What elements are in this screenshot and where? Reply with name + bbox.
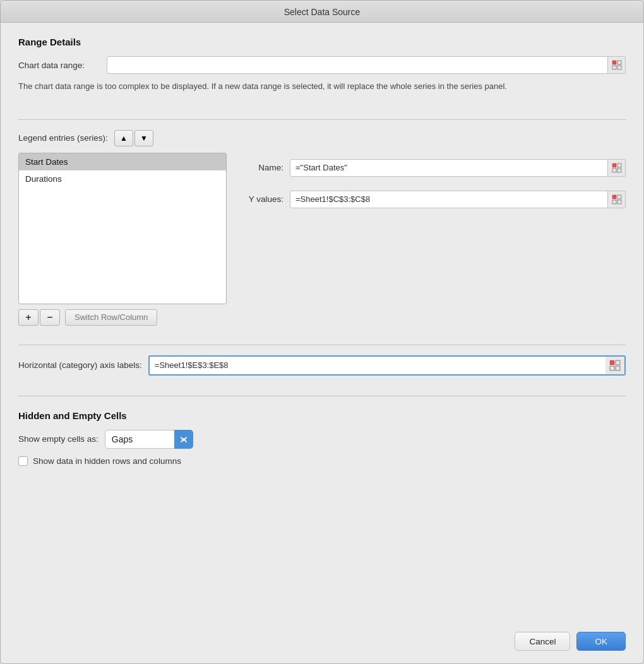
down-arrow-icon: ▼ xyxy=(140,134,148,143)
svg-rect-14 xyxy=(610,366,614,371)
minus-icon: − xyxy=(47,312,52,323)
horizontal-axis-picker-button[interactable] xyxy=(605,355,626,376)
name-range-picker-icon xyxy=(612,163,622,173)
divider-1 xyxy=(18,119,626,120)
hidden-rows-checkbox[interactable] xyxy=(18,456,28,466)
divider-2 xyxy=(18,345,626,345)
range-picker-icon xyxy=(612,60,622,70)
divider-3 xyxy=(18,396,626,396)
svg-rect-11 xyxy=(617,200,621,204)
name-picker-button[interactable] xyxy=(608,159,626,177)
add-series-button[interactable]: + xyxy=(18,309,39,326)
footer-buttons: Cancel OK xyxy=(18,625,626,651)
horizontal-axis-range-picker-icon xyxy=(609,360,621,371)
chart-data-range-row: Chart data range: xyxy=(18,56,626,74)
y-values-input-wrap xyxy=(290,191,626,208)
svg-rect-4 xyxy=(612,163,616,167)
name-row: Name: xyxy=(246,159,626,177)
ok-button[interactable]: OK xyxy=(576,632,626,651)
hidden-rows-checkbox-row: Show data in hidden rows and columns xyxy=(18,456,626,466)
horizontal-axis-input-wrap xyxy=(148,355,626,376)
y-values-input[interactable] xyxy=(290,191,608,208)
up-arrow-icon: ▲ xyxy=(120,134,128,143)
hidden-empty-section: Hidden and Empty Cells Show empty cells … xyxy=(18,410,626,478)
chart-data-range-input-wrap xyxy=(107,56,626,74)
svg-rect-13 xyxy=(616,360,620,365)
legend-header: Legend entries (series): ▲ ▼ xyxy=(18,130,626,146)
series-controls: + − Switch Row/Column xyxy=(18,309,227,326)
svg-rect-1 xyxy=(617,61,621,64)
title-bar: Select Data Source xyxy=(1,1,643,23)
svg-rect-12 xyxy=(610,360,614,365)
chart-data-range-input[interactable] xyxy=(107,56,608,74)
legend-label: Legend entries (series): xyxy=(18,133,108,143)
svg-rect-3 xyxy=(617,66,621,69)
name-label: Name: xyxy=(246,163,283,172)
chart-data-range-label: Chart data range: xyxy=(18,61,100,70)
y-values-row: Y values: xyxy=(246,191,626,208)
svg-rect-2 xyxy=(612,66,616,69)
series-item-start-dates[interactable]: Start Dates xyxy=(19,153,226,170)
select-data-source-dialog: Select Data Source Range Details Chart d… xyxy=(0,0,644,664)
series-list-container: Start Dates Durations + − Switch Row/Col… xyxy=(18,153,227,326)
legend-up-button[interactable]: ▲ xyxy=(114,130,133,146)
name-input[interactable] xyxy=(290,159,608,177)
range-details-title: Range Details xyxy=(18,37,626,47)
range-details-section: Range Details Chart data range: T xyxy=(18,37,626,103)
horizontal-axis-input[interactable] xyxy=(148,355,605,376)
horizontal-axis-row: Horizontal (category) axis labels: xyxy=(18,355,626,376)
horizontal-axis-label: Horizontal (category) axis labels: xyxy=(18,360,142,370)
hidden-rows-label: Show data in hidden rows and columns xyxy=(33,456,181,466)
right-panel: Name: Y valu xyxy=(246,153,626,326)
legend-down-button[interactable]: ▼ xyxy=(134,130,153,146)
hidden-empty-title: Hidden and Empty Cells xyxy=(18,410,626,421)
remove-series-button[interactable]: − xyxy=(40,309,60,326)
svg-rect-0 xyxy=(612,61,616,64)
series-list[interactable]: Start Dates Durations xyxy=(18,153,227,304)
dialog-title: Select Data Source xyxy=(284,7,361,17)
plus-icon: + xyxy=(25,312,31,323)
series-item-durations[interactable]: Durations xyxy=(19,170,226,187)
cancel-button[interactable]: Cancel xyxy=(515,632,570,651)
svg-rect-9 xyxy=(617,195,621,199)
switch-row-column-button[interactable]: Switch Row/Column xyxy=(65,309,157,326)
y-values-range-picker-icon xyxy=(612,194,622,205)
name-input-wrap xyxy=(290,159,626,177)
chart-data-range-picker-button[interactable] xyxy=(608,56,626,74)
show-empty-label: Show empty cells as: xyxy=(18,434,98,444)
gaps-select-wrap: Gaps Zero Connect data points with line xyxy=(105,430,193,449)
y-values-label: Y values: xyxy=(246,194,283,204)
svg-rect-15 xyxy=(616,366,620,371)
main-panel: Start Dates Durations + − Switch Row/Col… xyxy=(18,153,626,326)
svg-rect-7 xyxy=(617,169,621,172)
svg-rect-10 xyxy=(612,200,616,204)
svg-rect-6 xyxy=(612,169,616,172)
chart-data-range-info: The chart data range is too complex to b… xyxy=(18,80,626,93)
show-empty-row: Show empty cells as: Gaps Zero Connect d… xyxy=(18,430,626,449)
legend-arrow-buttons: ▲ ▼ xyxy=(114,130,153,146)
y-values-picker-button[interactable] xyxy=(608,191,626,208)
svg-rect-8 xyxy=(612,195,616,199)
svg-rect-5 xyxy=(617,163,621,167)
gaps-select[interactable]: Gaps Zero Connect data points with line xyxy=(105,430,193,449)
dialog-body: Range Details Chart data range: T xyxy=(1,23,643,663)
